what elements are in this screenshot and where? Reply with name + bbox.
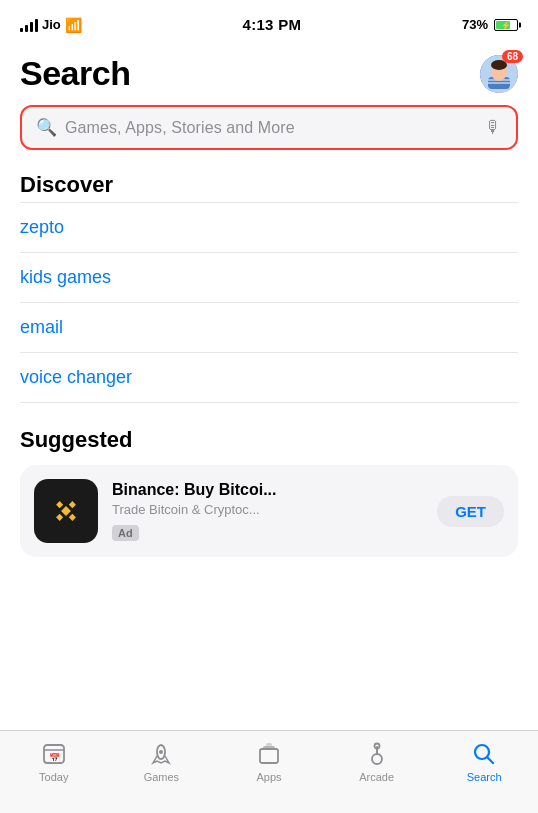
tab-arcade-label: Arcade bbox=[359, 771, 394, 783]
signal-bar-4 bbox=[35, 19, 38, 32]
suggested-app-card: Binance: Buy Bitcoi... Trade Bitcoin & C… bbox=[20, 465, 518, 557]
discover-section: Discover zepto kids games email voice ch… bbox=[20, 172, 518, 403]
status-left: Jio 📶 bbox=[20, 17, 82, 33]
signal-bar-2 bbox=[25, 25, 28, 32]
status-time: 4:13 PM bbox=[242, 16, 301, 33]
arcade-icon bbox=[364, 741, 390, 767]
tab-search[interactable]: Search bbox=[454, 741, 514, 783]
svg-point-20 bbox=[372, 754, 382, 764]
main-content: Search 68 🔍 Games, Apps, Stories a bbox=[0, 44, 538, 557]
search-input-box[interactable]: 🔍 Games, Apps, Stories and More 🎙 bbox=[20, 105, 518, 150]
wifi-icon: 📶 bbox=[65, 17, 82, 33]
discover-link-kids-games[interactable]: kids games bbox=[20, 267, 111, 287]
battery-icon: ⚡ bbox=[494, 19, 518, 31]
svg-line-24 bbox=[487, 757, 493, 763]
signal-bar-1 bbox=[20, 28, 23, 32]
app-name-binance: Binance: Buy Bitcoi... bbox=[112, 481, 423, 499]
battery-indicator: ⚡ bbox=[494, 19, 518, 31]
tab-games[interactable]: Games bbox=[131, 741, 191, 783]
apps-icon bbox=[256, 741, 282, 767]
status-bar: Jio 📶 4:13 PM 73% ⚡ bbox=[0, 0, 538, 44]
status-right: 73% ⚡ bbox=[462, 17, 518, 32]
signal-bars bbox=[20, 18, 38, 32]
tab-apps[interactable]: Apps bbox=[239, 741, 299, 783]
discover-item-email[interactable]: email bbox=[20, 303, 518, 353]
avatar-notification-badge: 68 bbox=[502, 50, 523, 63]
svg-text:📅: 📅 bbox=[48, 752, 60, 764]
discover-link-zepto[interactable]: zepto bbox=[20, 217, 64, 237]
svg-rect-18 bbox=[263, 746, 275, 749]
discover-link-voice-changer[interactable]: voice changer bbox=[20, 367, 132, 387]
discover-title: Discover bbox=[20, 172, 518, 198]
tab-search-label: Search bbox=[467, 771, 502, 783]
page-header: Search 68 bbox=[20, 54, 518, 93]
avatar-container[interactable]: 68 bbox=[480, 55, 518, 93]
search-placeholder-text: Games, Apps, Stories and More bbox=[65, 119, 477, 137]
search-icon: 🔍 bbox=[36, 117, 57, 138]
page-title: Search bbox=[20, 54, 130, 93]
svg-rect-19 bbox=[266, 743, 272, 746]
binance-logo-svg bbox=[46, 491, 86, 531]
tab-apps-label: Apps bbox=[256, 771, 281, 783]
suggested-title: Suggested bbox=[20, 427, 518, 453]
tab-today[interactable]: 📅 Today bbox=[24, 741, 84, 783]
svg-rect-3 bbox=[488, 82, 510, 84]
battery-percent: 73% bbox=[462, 17, 488, 32]
carrier-name: Jio bbox=[42, 17, 61, 32]
games-icon bbox=[148, 741, 174, 767]
ad-badge: Ad bbox=[112, 525, 139, 541]
tab-arcade[interactable]: Arcade bbox=[347, 741, 407, 783]
svg-rect-17 bbox=[260, 749, 278, 763]
battery-bolt: ⚡ bbox=[501, 20, 511, 29]
discover-item-zepto[interactable]: zepto bbox=[20, 203, 518, 253]
microphone-icon[interactable]: 🎙 bbox=[485, 118, 502, 138]
app-icon-binance bbox=[34, 479, 98, 543]
tab-bar: 📅 Today Games Apps Arcade bbox=[0, 730, 538, 813]
discover-link-email[interactable]: email bbox=[20, 317, 63, 337]
get-button-binance[interactable]: GET bbox=[437, 496, 504, 527]
app-info-binance: Binance: Buy Bitcoi... Trade Bitcoin & C… bbox=[112, 481, 423, 541]
tab-today-label: Today bbox=[39, 771, 68, 783]
today-icon: 📅 bbox=[41, 741, 67, 767]
tab-games-label: Games bbox=[144, 771, 179, 783]
svg-point-16 bbox=[159, 750, 163, 754]
signal-bar-3 bbox=[30, 22, 33, 32]
discover-item-kids-games[interactable]: kids games bbox=[20, 253, 518, 303]
search-tab-icon bbox=[471, 741, 497, 767]
app-desc-binance: Trade Bitcoin & Cryptoc... bbox=[112, 502, 423, 517]
discover-item-voice-changer[interactable]: voice changer bbox=[20, 353, 518, 403]
suggested-section: Suggested bbox=[20, 427, 518, 557]
